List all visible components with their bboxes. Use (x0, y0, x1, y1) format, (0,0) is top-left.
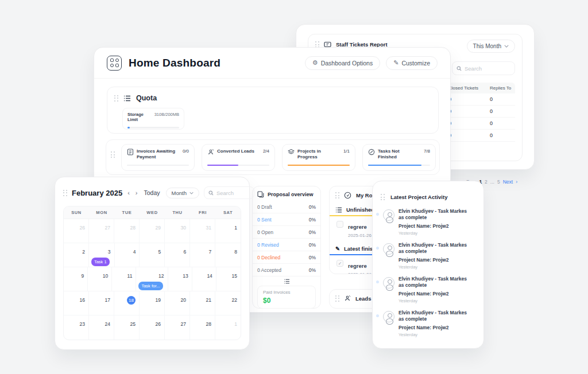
paid-invoices-label: Paid Invoices (263, 290, 310, 295)
drag-handle-icon[interactable] (381, 194, 385, 200)
next-button[interactable]: Next (503, 179, 513, 185)
activity-time: Yesterday (399, 298, 472, 303)
drag-handle-icon[interactable] (335, 295, 339, 302)
drag-handle-icon[interactable] (63, 190, 67, 196)
stat-progress-fill (207, 165, 238, 166)
day-cell[interactable]: 5 (140, 243, 165, 267)
view-select[interactable]: Month (166, 188, 199, 198)
day-cell[interactable]: 1 (215, 315, 241, 340)
checkbox-unchecked[interactable] (336, 221, 343, 228)
calendar-search[interactable] (204, 186, 254, 199)
prev-month-icon[interactable]: ‹ (127, 189, 130, 196)
day-cell[interactable]: 22 (215, 291, 241, 315)
stat-progress-track (207, 165, 269, 166)
bullet-dot (376, 213, 379, 216)
drag-handle-icon[interactable] (114, 95, 118, 102)
day-cell[interactable]: 7 (190, 243, 215, 267)
stat-card-converted-leads[interactable]: Converted Leads 2/4 (202, 144, 275, 171)
day-cell[interactable]: 27 (165, 315, 190, 340)
day-cell[interactable]: 15 (216, 267, 241, 291)
day-cell[interactable]: 21 (190, 291, 215, 315)
next-month-icon[interactable]: › (135, 189, 138, 196)
row-pct: 0% (309, 217, 316, 223)
day-cell[interactable]: 2 (64, 243, 89, 267)
day-cell[interactable]: 4 (115, 243, 140, 267)
day-cell[interactable]: 20 (165, 291, 190, 315)
day-cell[interactable]: 26 (140, 315, 165, 340)
day-header: WED (140, 207, 165, 219)
day-cell[interactable]: 26 (64, 219, 89, 243)
documents-icon (257, 191, 264, 198)
stat-card-tasks[interactable]: Tasks Not Finished 7/8 (362, 144, 436, 171)
drag-handle-icon[interactable] (111, 151, 115, 158)
day-cell[interactable]: 6 (165, 243, 190, 267)
activity-project: Project Name: Projw2 (399, 223, 472, 229)
day-cell[interactable]: 28 (114, 219, 140, 243)
day-cell[interactable]: 17 (89, 291, 114, 315)
gear-icon: ⚙ (312, 60, 318, 66)
day-cell[interactable]: 1 (215, 219, 241, 243)
dashboard-options-button[interactable]: ⚙ Dashboard Options (305, 56, 380, 70)
table-scrollbar[interactable] (451, 173, 466, 176)
cell: 0 (448, 96, 490, 102)
proposal-row-sent: 0 Sent0% (253, 213, 320, 226)
sort-list-icon[interactable] (284, 279, 290, 284)
row-label: 0 Draft (257, 204, 272, 210)
period-select[interactable]: This Month (467, 40, 515, 53)
day-cell[interactable]: 28 (190, 315, 215, 340)
list-icon (335, 207, 342, 213)
stat-card-invoices[interactable]: Invoices Awaiting Payment 0/0 (121, 144, 195, 171)
calendar-event-chip[interactable]: Task 1 (91, 258, 110, 266)
day-header: FRI (190, 207, 215, 219)
period-value: This Month (473, 43, 501, 49)
day-cell[interactable]: 10 (88, 267, 112, 291)
day-cell[interactable]: 12Task for... (136, 267, 168, 291)
week-row: 23 24 25 26 27 28 1 (64, 315, 241, 340)
day-cell[interactable]: 8 (215, 243, 241, 267)
storage-limit-label: Storage Limit (127, 112, 151, 122)
drag-handle-icon[interactable] (335, 192, 339, 198)
day-cell-today[interactable]: 18 (114, 291, 140, 315)
day-cell[interactable]: 23 (64, 315, 89, 340)
activity-time: Yesterday (399, 332, 472, 337)
avatar-icon (383, 243, 394, 255)
page-2[interactable]: 2 (485, 179, 488, 185)
proposal-row-revised: 0 Revised0% (253, 239, 320, 251)
latest-project-activity-card: Latest Project Activity Elvin Khudiyev -… (372, 181, 484, 349)
day-cell[interactable]: 14 (192, 267, 216, 291)
day-cell[interactable]: 9 (64, 267, 88, 291)
day-cell[interactable]: 19 (140, 291, 165, 315)
today-button[interactable]: Today (144, 189, 160, 196)
tickets-search[interactable] (452, 61, 515, 75)
next-arrow-icon[interactable]: › (516, 179, 517, 185)
activity-time: Yesterday (399, 231, 472, 236)
calendar-event-chip[interactable]: Task for... (138, 282, 163, 290)
checkbox-checked[interactable]: ✓ (336, 260, 343, 267)
row-pct: 0% (309, 267, 316, 273)
day-cell[interactable]: 11 (112, 267, 136, 291)
stat-value: 0/0 (183, 149, 189, 154)
pencil-icon: ✎ (393, 60, 399, 66)
tickets-search-input[interactable] (465, 65, 505, 72)
col-closed-tickets: Closed Tickets (448, 85, 490, 91)
proposal-row-accepted: 0 Accepted0% (253, 264, 320, 276)
day-cell[interactable]: 16 (64, 291, 89, 315)
day-cell[interactable]: 24 (89, 315, 114, 340)
day-cell[interactable]: 30 (165, 219, 190, 243)
page-5[interactable]: 5 (497, 179, 500, 185)
day-cell[interactable]: 25 (114, 315, 140, 340)
stat-card-projects[interactable]: Projects in Progress 1/1 (282, 144, 355, 171)
customize-button[interactable]: ✎ Customize (386, 56, 438, 70)
day-cell[interactable]: 27 (89, 219, 114, 243)
calendar-search-input[interactable] (216, 190, 250, 196)
bullet-dot (376, 247, 379, 250)
day-cell[interactable]: 13 (168, 267, 192, 291)
gauge-icon (368, 149, 375, 155)
day-cell[interactable]: 31 (190, 219, 215, 243)
day-cell[interactable]: 3Task 1 (89, 243, 115, 267)
row-pct: 0% (309, 242, 316, 248)
day-cell[interactable]: 29 (140, 219, 165, 243)
activity-project: Project Name: Projw2 (399, 257, 472, 263)
cell: 0 (490, 108, 493, 114)
layers-icon (288, 149, 295, 155)
